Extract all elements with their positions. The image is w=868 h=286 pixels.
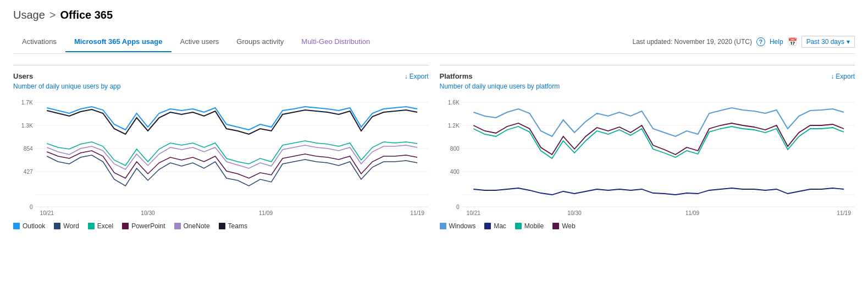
- export-down-icon2: ↓: [831, 73, 834, 80]
- teams-label: Teams: [228, 222, 247, 230]
- tab-activations[interactable]: Activations: [13, 32, 65, 52]
- platforms-chart-area: 1.6K 1.2K 800 400 0 10/21 10/30 11/09 11…: [440, 97, 855, 218]
- web-label: Web: [562, 222, 575, 230]
- svg-text:11/09: 11/09: [259, 210, 273, 216]
- help-icon: ?: [756, 37, 765, 46]
- web-color: [552, 223, 559, 229]
- users-chart-title: Users: [13, 72, 33, 80]
- svg-text:10/30: 10/30: [567, 210, 582, 216]
- svg-text:854: 854: [24, 146, 33, 152]
- svg-text:10/30: 10/30: [141, 210, 155, 216]
- svg-text:400: 400: [450, 169, 459, 175]
- last-updated-text: Last updated: November 19, 2020 (UTC): [632, 38, 751, 46]
- platforms-chart-subtitle: Number of daily unique users by platform: [440, 82, 855, 90]
- platforms-chart-header: Platforms ↓ Export: [440, 72, 855, 80]
- legend-web: Web: [552, 222, 575, 230]
- platforms-chart-legend: Windows Mac Mobile Web: [440, 222, 855, 230]
- legend-mac: Mac: [484, 222, 506, 230]
- excel-label: Excel: [97, 222, 113, 230]
- svg-text:1.6K: 1.6K: [447, 100, 459, 106]
- platforms-chart-svg: 1.6K 1.2K 800 400 0 10/21 10/30 11/09 11…: [440, 97, 855, 218]
- svg-text:10/21: 10/21: [40, 210, 54, 216]
- windows-label: Windows: [449, 222, 476, 230]
- page-container: Usage > Office 365 Activations Microsoft…: [0, 0, 868, 239]
- powerpoint-color: [122, 223, 129, 229]
- legend-word: Word: [54, 222, 79, 230]
- teams-color: [219, 223, 225, 229]
- word-color: [54, 223, 60, 229]
- onenote-color: [174, 223, 181, 229]
- platforms-export-button[interactable]: ↓ Export: [831, 73, 855, 80]
- charts-row: Users ↓ Export Number of daily unique us…: [13, 65, 855, 230]
- legend-excel: Excel: [88, 222, 113, 230]
- svg-text:1.7K: 1.7K: [21, 100, 33, 106]
- legend-outlook: Outlook: [13, 222, 45, 230]
- legend-onenote: OneNote: [174, 222, 210, 230]
- svg-text:11/19: 11/19: [410, 210, 424, 216]
- svg-text:1.3K: 1.3K: [21, 123, 33, 129]
- users-chart-area: 1.7K 1.3K 854 427 0 10/21 10/30 11/09 11…: [13, 97, 429, 218]
- mac-color: [484, 223, 491, 229]
- users-chart-subtitle: Number of daily unique users by app: [13, 82, 429, 90]
- tab-multi-geo[interactable]: Multi-Geo Distribution: [292, 32, 379, 52]
- platforms-chart-title: Platforms: [440, 72, 473, 80]
- onenote-label: OneNote: [184, 222, 210, 230]
- svg-text:10/21: 10/21: [466, 210, 480, 216]
- help-link[interactable]: Help: [770, 38, 783, 46]
- chevron-down-icon: ▾: [847, 38, 850, 46]
- breadcrumb-usage: Usage: [13, 9, 45, 21]
- legend-teams: Teams: [219, 222, 247, 230]
- users-chart-header: Users ↓ Export: [13, 72, 429, 80]
- outlook-color: [13, 223, 20, 229]
- svg-text:0: 0: [30, 204, 33, 210]
- word-label: Word: [63, 222, 79, 230]
- breadcrumb-separator: >: [49, 9, 56, 21]
- svg-text:0: 0: [456, 204, 460, 210]
- svg-text:427: 427: [24, 169, 33, 175]
- date-range-selector[interactable]: Past 30 days ▾: [801, 36, 855, 48]
- outlook-label: Outlook: [23, 222, 45, 230]
- users-chart-svg: 1.7K 1.3K 854 427 0 10/21 10/30 11/09 11…: [13, 97, 429, 218]
- svg-text:1.2K: 1.2K: [447, 123, 459, 129]
- svg-text:11/19: 11/19: [837, 210, 851, 216]
- export-down-icon: ↓: [405, 73, 408, 80]
- page-title: Office 365: [60, 9, 113, 21]
- mac-label: Mac: [494, 222, 506, 230]
- legend-powerpoint: PowerPoint: [122, 222, 165, 230]
- tab-bar: Activations Microsoft 365 Apps usage Act…: [13, 30, 855, 54]
- calendar-icon: 📅: [788, 37, 797, 46]
- mobile-color: [515, 223, 522, 229]
- legend-mobile: Mobile: [515, 222, 544, 230]
- platforms-chart-panel: Platforms ↓ Export Number of daily uniqu…: [440, 65, 855, 230]
- legend-windows: Windows: [440, 222, 476, 230]
- users-chart-legend: Outlook Word Excel PowerPoint OneNote: [13, 222, 429, 230]
- tab-groups-activity[interactable]: Groups activity: [228, 32, 292, 52]
- windows-color: [440, 223, 446, 229]
- header-right: Last updated: November 19, 2020 (UTC) ? …: [632, 30, 855, 53]
- date-range-label: Past 30 days: [806, 38, 844, 46]
- users-export-button[interactable]: ↓ Export: [405, 73, 429, 80]
- powerpoint-label: PowerPoint: [131, 222, 165, 230]
- tab-m365-apps-usage[interactable]: Microsoft 365 Apps usage: [65, 32, 172, 52]
- svg-text:800: 800: [450, 146, 459, 152]
- breadcrumb: Usage > Office 365: [13, 9, 855, 21]
- mobile-label: Mobile: [524, 222, 544, 230]
- excel-color: [88, 223, 95, 229]
- tab-active-users[interactable]: Active users: [172, 32, 228, 52]
- users-chart-panel: Users ↓ Export Number of daily unique us…: [13, 65, 429, 230]
- svg-text:11/09: 11/09: [685, 210, 699, 216]
